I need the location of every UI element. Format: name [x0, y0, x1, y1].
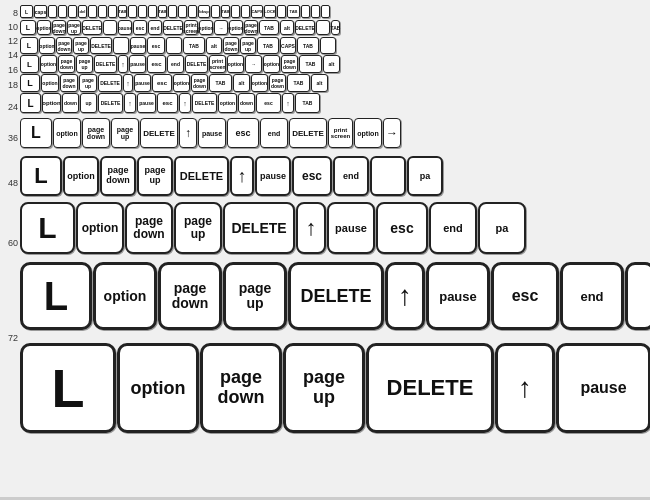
key-up-r48[interactable]: ↑ — [296, 202, 326, 254]
key-arrow-r10[interactable]: → — [214, 20, 228, 35]
key-delete-r60a[interactable]: DELETE — [288, 262, 384, 330]
key-L-r36[interactable]: L — [20, 156, 62, 196]
key-pause-r12[interactable]: pause — [130, 37, 146, 54]
key-tab-r18[interactable]: TAB — [295, 93, 320, 113]
key-esc-r12[interactable]: esc — [147, 37, 165, 54]
key-delete-r48a[interactable]: DELETE — [223, 202, 295, 254]
key-alt-r16b[interactable]: alt — [311, 74, 328, 92]
key-page-down-r36a[interactable]: pagedown — [100, 156, 136, 196]
key-pause-r48[interactable]: pause — [327, 202, 375, 254]
key-r8-7[interactable] — [128, 5, 137, 18]
key-option-r18[interactable]: option — [42, 93, 61, 113]
key-delete-r14b[interactable]: DELETE — [185, 55, 208, 73]
key-page-down-r18b[interactable]: down — [238, 93, 255, 113]
key-r12-2[interactable] — [320, 37, 336, 54]
key-delete-r8a[interactable]: del — [78, 5, 87, 18]
key-up-r36[interactable]: ↑ — [230, 156, 254, 196]
key-backspace-r8[interactable]: bksp — [198, 5, 210, 18]
key-tab-r16b[interactable]: TAB — [287, 74, 310, 92]
key-option-r14a[interactable]: option — [40, 55, 57, 73]
key-print-r24[interactable]: print screen — [328, 118, 353, 148]
key-delete-r36a[interactable]: DELETE — [174, 156, 229, 196]
key-esc-r18[interactable]: esc — [157, 93, 178, 113]
key-arrow-r24[interactable]: → — [383, 118, 401, 148]
key-tab-r8a[interactable]: TAB — [118, 5, 127, 18]
key-r10-1[interactable] — [103, 20, 117, 35]
key-up-r18b[interactable]: ↑ — [179, 93, 191, 113]
key-L-r24[interactable]: L — [20, 118, 52, 148]
key-r8-12[interactable] — [188, 5, 197, 18]
key-page-up-r18a[interactable]: up — [80, 93, 97, 113]
key-r60-extra[interactable] — [625, 262, 650, 330]
key-page-up-r36a[interactable]: pageup — [137, 156, 173, 196]
key-caps-r8[interactable]: caps — [34, 5, 47, 18]
key-tab-r8d[interactable]: TAB — [287, 5, 300, 18]
key-tab-r14[interactable]: TAB — [299, 55, 322, 73]
key-esc-r60[interactable]: esc — [491, 262, 559, 330]
key-pause-r14[interactable]: pause — [129, 55, 146, 73]
key-delete-r10a[interactable]: DELETE — [82, 20, 102, 35]
key-up-r18[interactable]: ↑ — [124, 93, 136, 113]
key-page-up-r24a[interactable]: page up — [111, 118, 139, 148]
key-option-r14b[interactable]: option — [227, 55, 244, 73]
key-esc-r10a[interactable]: esc — [133, 20, 147, 35]
key-option-r12a[interactable]: option — [39, 37, 55, 54]
key-pause-r18[interactable]: pause — [137, 93, 156, 113]
key-page-down-r12a[interactable]: page down — [56, 37, 72, 54]
key-page-down-r60a[interactable]: pagedown — [158, 262, 222, 330]
key-option-r16c[interactable]: option — [251, 74, 268, 92]
key-esc-r18b[interactable]: esc — [256, 93, 281, 113]
key-L-r72[interactable]: L — [20, 343, 116, 433]
key-page-up-r10a[interactable]: page up — [67, 20, 81, 35]
key-pause-r60[interactable]: pause — [426, 262, 490, 330]
key-pause-r72[interactable]: pause — [556, 343, 650, 433]
key-r8-2[interactable] — [58, 5, 67, 18]
key-up-r60[interactable]: ↑ — [385, 262, 425, 330]
key-print-r10[interactable]: print screen — [184, 20, 198, 35]
key-tab-r16a[interactable]: TAB — [209, 74, 232, 92]
key-r8-18[interactable] — [311, 5, 320, 18]
key-option-r48a[interactable]: option — [76, 202, 124, 254]
key-L-r8[interactable]: L — [20, 5, 33, 18]
key-option-r10c[interactable]: option — [229, 20, 243, 35]
key-r8-9[interactable] — [148, 5, 157, 18]
key-tab-r10[interactable]: TAB — [259, 20, 279, 35]
key-tab-r12a[interactable]: TAB — [183, 37, 205, 54]
key-esc-r36[interactable]: esc — [292, 156, 332, 196]
key-option-r14c[interactable]: option — [263, 55, 280, 73]
key-page-up-r72a[interactable]: pageup — [283, 343, 365, 433]
key-L-r18[interactable]: L — [20, 93, 41, 113]
key-page-down-r16b[interactable]: page down — [191, 74, 208, 92]
key-page-up-r12a[interactable]: page up — [73, 37, 89, 54]
key-delete-r18[interactable]: DELETE — [98, 93, 123, 113]
key-page-down-r12b[interactable]: page down — [223, 37, 239, 54]
key-delete-r12a[interactable]: DELETE — [90, 37, 112, 54]
key-esc-r48[interactable]: esc — [376, 202, 428, 254]
key-esc-r24[interactable]: esc — [227, 118, 259, 148]
key-alt-r10a[interactable]: alt — [280, 20, 294, 35]
key-page-up-r60a[interactable]: pageup — [223, 262, 287, 330]
key-page-up-r12b[interactable]: page up — [240, 37, 256, 54]
key-r36-1[interactable] — [370, 156, 406, 196]
key-arrow-r14[interactable]: → — [245, 55, 262, 73]
key-L-r48[interactable]: L — [20, 202, 75, 254]
key-up-r18c[interactable]: ↑ — [282, 93, 294, 113]
key-caps-r8b[interactable]: CAPS — [251, 5, 263, 18]
key-r10-2[interactable] — [316, 20, 330, 35]
key-r8-1[interactable] — [48, 5, 57, 18]
key-r8-15[interactable] — [241, 5, 250, 18]
key-end-r60[interactable]: end — [560, 262, 624, 330]
key-end-r10a[interactable]: end — [148, 20, 162, 35]
key-end-r24[interactable]: end — [260, 118, 288, 148]
key-option-r72a[interactable]: option — [117, 343, 199, 433]
key-tab-r8b[interactable]: TAB — [158, 5, 167, 18]
key-page-down-r14a[interactable]: page down — [58, 55, 75, 73]
key-tab-r10b[interactable]: TAB — [331, 20, 340, 35]
key-caps-r12[interactable]: CAPS — [280, 37, 296, 54]
key-end-r48[interactable]: end — [429, 202, 477, 254]
key-page-up-r14a[interactable]: page up — [76, 55, 93, 73]
key-up-r16[interactable]: ↑ — [123, 74, 133, 92]
key-option-r16b[interactable]: option — [173, 74, 190, 92]
key-esc-r14[interactable]: esc — [147, 55, 166, 73]
key-pa-r48[interactable]: pa — [478, 202, 526, 254]
